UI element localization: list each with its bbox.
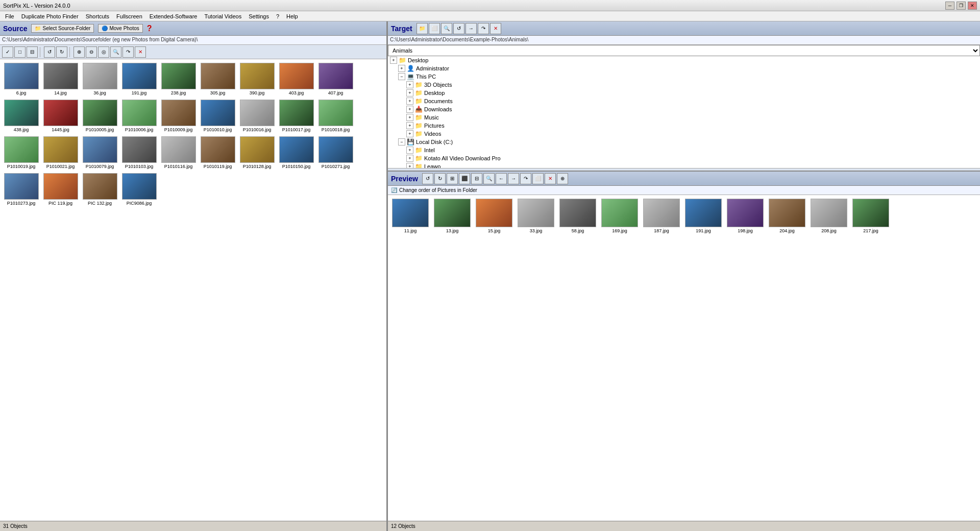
thumb-item[interactable]: P1010010.jpg — [199, 98, 237, 134]
target-tb-rotate[interactable]: ↷ — [478, 23, 489, 34]
source-tb-search[interactable]: 🔍 — [110, 46, 121, 58]
tree-expander[interactable]: − — [398, 73, 405, 80]
preview-thumb-item[interactable]: 33.jpg — [516, 197, 556, 235]
source-tb-zoom-in[interactable]: ⊕ — [74, 46, 85, 58]
thumb-item[interactable]: P1010273.jpg — [2, 172, 40, 207]
preview-tb-close[interactable]: ✕ — [545, 173, 556, 184]
thumb-item[interactable]: 1445.jpg — [41, 98, 80, 134]
thumb-item[interactable]: PIC 119.jpg — [41, 172, 80, 207]
preview-thumb-item[interactable]: 58.jpg — [557, 197, 598, 235]
tree-expander[interactable]: + — [406, 114, 413, 121]
thumb-item[interactable]: PIC9086.jpg — [120, 172, 158, 207]
thumb-item[interactable]: P1010018.jpg — [316, 98, 355, 134]
tree-expander[interactable]: + — [406, 89, 413, 96]
target-tb-folder[interactable]: 📁 — [416, 23, 428, 34]
preview-tb-right[interactable]: → — [508, 173, 519, 184]
source-tb-close[interactable]: ✕ — [135, 46, 146, 58]
menu-item-settings[interactable]: Settings — [246, 13, 272, 20]
help-icon[interactable]: ? — [147, 24, 152, 33]
thumb-item[interactable]: 438.jpg — [2, 98, 40, 134]
preview-thumb-item[interactable]: 191.jpg — [683, 197, 724, 235]
thumb-item[interactable]: 14.jpg — [41, 61, 80, 97]
menu-item-tutorial-videos[interactable]: Tutorial Videos — [201, 13, 244, 20]
target-tb-close[interactable]: ✕ — [490, 23, 501, 34]
tree-item[interactable]: +📁Documents — [388, 97, 980, 105]
minimize-button[interactable]: ─ — [945, 2, 954, 10]
preview-thumb-item[interactable]: 217.jpg — [850, 197, 891, 235]
preview-tb-black[interactable]: ⬛ — [459, 173, 470, 184]
thumb-item[interactable]: 191.jpg — [120, 61, 158, 97]
preview-thumb-item[interactable]: 169.jpg — [599, 197, 640, 235]
tree-expander[interactable]: + — [406, 147, 413, 154]
tree-expander[interactable]: − — [398, 138, 405, 146]
thumb-item[interactable]: P1010006.jpg — [120, 98, 158, 134]
close-button[interactable]: ✕ — [968, 2, 977, 10]
thumb-item[interactable]: P1010019.jpg — [2, 135, 40, 171]
tree-expander[interactable]: + — [406, 122, 413, 129]
thumb-item[interactable]: P1010150.jpg — [277, 135, 315, 171]
source-tb-zoom-out[interactable]: ⊖ — [86, 46, 97, 58]
preview-tb-refresh[interactable]: ↷ — [520, 173, 531, 184]
target-tb-refresh[interactable]: ↺ — [453, 23, 464, 34]
target-tb-search[interactable]: 🔍 — [441, 23, 452, 34]
thumb-item[interactable]: 6.jpg — [2, 61, 40, 97]
folder-dropdown[interactable]: Animals — [388, 45, 980, 56]
tree-item[interactable]: +📁Kotato All Video Download Pro — [388, 154, 980, 162]
tree-expander[interactable]: + — [406, 81, 413, 88]
source-tb-check[interactable]: ✓ — [2, 46, 13, 58]
preview-thumb-item[interactable]: 208.jpg — [808, 197, 849, 235]
tree-expander[interactable]: + — [406, 155, 413, 162]
thumb-item[interactable]: 407.jpg — [316, 61, 355, 97]
source-tb-square[interactable]: □ — [14, 46, 26, 58]
menu-item-file[interactable]: File — [2, 13, 17, 20]
tree-item[interactable]: +📁Pictures — [388, 122, 980, 130]
menu-item-duplicate-photo-finder[interactable]: Duplicate Photo Finder — [18, 13, 82, 20]
preview-tb-plus[interactable]: ⊕ — [557, 173, 568, 184]
source-tb-rotate-ccw[interactable]: ↺ — [44, 46, 55, 58]
move-photos-button[interactable]: 🔵 Move Photos — [98, 24, 142, 33]
tree-item[interactable]: +📁Desktop — [388, 56, 980, 64]
thumb-item[interactable]: P1010079.jpg — [81, 135, 119, 171]
tree-item[interactable]: +📁Music — [388, 113, 980, 122]
source-tb-rotate-cw[interactable]: ↻ — [56, 46, 67, 58]
preview-tb-left[interactable]: ← — [496, 173, 507, 184]
thumb-item[interactable]: P1010005.jpg — [81, 98, 119, 134]
menu-item-extended-software[interactable]: Extended-Software — [146, 13, 201, 20]
thumb-item[interactable]: P1010009.jpg — [159, 98, 198, 134]
preview-thumb-item[interactable]: 198.jpg — [725, 197, 766, 235]
tree-item[interactable]: +📁Leawo — [388, 162, 980, 168]
thumb-item[interactable]: P1010128.jpg — [238, 135, 276, 171]
tree-expander[interactable]: + — [406, 106, 413, 113]
thumb-item[interactable]: P1010017.jpg — [277, 98, 315, 134]
thumb-item[interactable]: P1010016.jpg — [238, 98, 276, 134]
tree-item[interactable]: −💻This PC — [388, 73, 980, 81]
source-tb-refresh[interactable]: ↷ — [122, 46, 134, 58]
source-tb-minus[interactable]: ⊟ — [27, 46, 38, 58]
tree-item[interactable]: +📁Intel — [388, 146, 980, 154]
target-tb-square[interactable]: ⬜ — [429, 23, 440, 34]
preview-tb-square[interactable]: ⬜ — [532, 173, 544, 184]
tree-item[interactable]: +📥Downloads — [388, 105, 980, 113]
preview-thumb-item[interactable]: 11.jpg — [390, 197, 431, 235]
preview-thumb-item[interactable]: 13.jpg — [432, 197, 473, 235]
tree-item[interactable]: −💾Local Disk (C:) — [388, 138, 980, 146]
thumb-item[interactable]: 305.jpg — [199, 61, 237, 97]
target-tb-arrow[interactable]: → — [465, 23, 477, 34]
restore-button[interactable]: ❐ — [957, 2, 966, 10]
thumb-item[interactable]: 390.jpg — [238, 61, 276, 97]
thumb-item[interactable]: P1010116.jpg — [159, 135, 198, 171]
select-source-button[interactable]: 📁 Select Source-Folder — [31, 24, 94, 33]
thumb-item[interactable]: P1010271.jpg — [316, 135, 355, 171]
preview-thumb-item[interactable]: 15.jpg — [474, 197, 514, 235]
thumb-item[interactable]: 36.jpg — [81, 61, 119, 97]
preview-thumb-item[interactable]: 187.jpg — [641, 197, 682, 235]
tree-item[interactable]: +👤Administrator — [388, 64, 980, 73]
tree-expander[interactable]: + — [390, 57, 397, 64]
preview-tb-minus[interactable]: ⊟ — [471, 173, 482, 184]
menu-item-shortcuts[interactable]: Shortcuts — [83, 13, 112, 20]
thumb-item[interactable]: P1010119.jpg — [199, 135, 237, 171]
menu-item-fullscreen[interactable]: Fullscreen — [113, 13, 145, 20]
tree-expander[interactable]: + — [406, 163, 413, 168]
thumb-item[interactable]: PIC 132.jpg — [81, 172, 119, 207]
menu-item--[interactable]: ? — [273, 13, 282, 20]
